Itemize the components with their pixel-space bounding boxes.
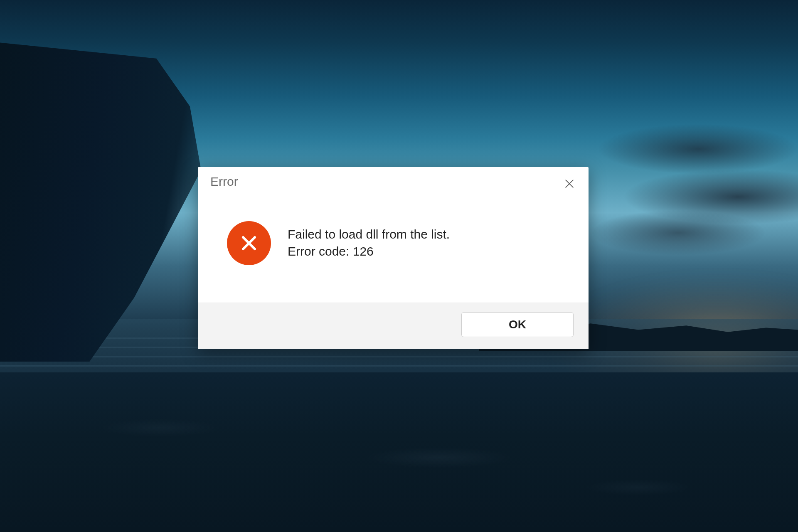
error-dialog: Error Failed to load dll from the li (198, 167, 589, 349)
dialog-message: Failed to load dll from the list. Error … (288, 226, 450, 260)
dialog-title: Error (210, 175, 238, 189)
close-button[interactable] (561, 176, 578, 193)
dialog-overlay: Error Failed to load dll from the li (0, 0, 798, 532)
dialog-titlebar: Error (198, 167, 589, 196)
error-icon (227, 221, 271, 265)
dialog-body: Failed to load dll from the list. Error … (198, 196, 589, 303)
ok-button[interactable]: OK (461, 312, 574, 337)
close-icon (564, 178, 575, 191)
dialog-footer: OK (198, 303, 589, 349)
message-line-1: Failed to load dll from the list. (288, 226, 450, 243)
message-line-2: Error code: 126 (288, 243, 450, 260)
